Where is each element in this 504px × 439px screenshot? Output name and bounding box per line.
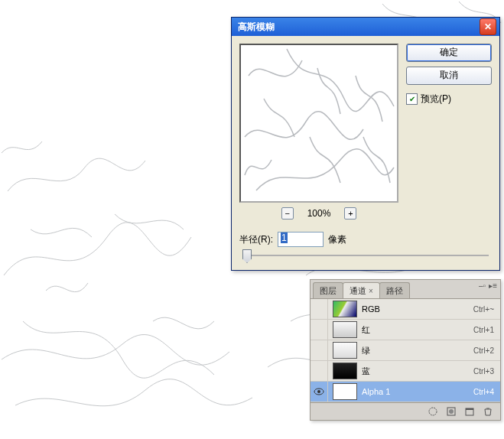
channel-row-green[interactable]: 绿Ctrl+2: [311, 340, 500, 361]
radius-unit: 像素: [328, 233, 346, 246]
tab-2[interactable]: 路径: [379, 282, 410, 298]
radius-slider[interactable]: [232, 249, 499, 270]
channel-thumbnail: [333, 321, 357, 338]
zoom-out-button[interactable]: −: [281, 207, 294, 220]
channel-row-red[interactable]: 红Ctrl+1: [311, 320, 500, 340]
zoom-controls: − 100% +: [239, 207, 398, 220]
channel-list: RGBCtrl+~红Ctrl+1绿Ctrl+2蓝Ctrl+3Alpha 1Ctr…: [311, 298, 500, 402]
channel-shortcut: Ctrl+3: [473, 367, 494, 376]
svg-point-4: [317, 328, 320, 331]
visibility-toggle[interactable]: [311, 340, 328, 360]
channel-name: 蓝: [362, 366, 473, 377]
panel-menu-icon[interactable]: ▸≡: [489, 281, 497, 290]
channel-shortcut: Ctrl+~: [473, 305, 494, 314]
new-channel-icon[interactable]: [463, 405, 476, 418]
channel-thumbnail: [333, 383, 357, 400]
save-selection-icon[interactable]: [445, 405, 457, 418]
radius-input[interactable]: 1: [278, 232, 324, 247]
svg-rect-15: [466, 408, 473, 410]
load-selection-icon[interactable]: [427, 405, 439, 418]
dialog-title: 高斯模糊: [238, 21, 275, 34]
svg-rect-0: [241, 45, 397, 201]
panel-tabs: 图层通道×路径: [311, 280, 500, 298]
channel-name: 绿: [362, 345, 473, 356]
channel-shortcut: Ctrl+1: [473, 326, 494, 334]
channel-row-rgb[interactable]: RGBCtrl+~: [311, 299, 500, 320]
svg-point-13: [449, 409, 454, 414]
preview-checkbox[interactable]: ✔: [406, 93, 418, 105]
channel-name: RGB: [362, 304, 473, 314]
radius-label: 半径(R):: [239, 233, 273, 246]
svg-point-11: [429, 408, 437, 415]
channel-row-alpha[interactable]: Alpha 1Ctrl+4: [311, 382, 500, 402]
zoom-level: 100%: [307, 208, 331, 219]
svg-point-6: [317, 349, 320, 352]
zoom-in-button[interactable]: +: [344, 207, 356, 220]
preview-label: 预览(P): [421, 93, 451, 106]
gaussian-blur-dialog: 高斯模糊 ✕: [231, 17, 500, 271]
visibility-toggle[interactable]: [311, 382, 328, 402]
preview-image[interactable]: [239, 44, 398, 203]
visibility-toggle[interactable]: [311, 299, 328, 319]
ok-button[interactable]: 确定: [406, 44, 492, 62]
visibility-toggle[interactable]: [311, 361, 328, 381]
tab-0[interactable]: 图层: [313, 282, 343, 298]
channels-panel: –▫ ▸≡ 图层通道×路径 RGBCtrl+~红Ctrl+1绿Ctrl+2蓝Ct…: [310, 279, 501, 421]
panel-minimize-icon[interactable]: –▫: [479, 281, 486, 290]
svg-point-8: [317, 369, 320, 372]
channel-shortcut: Ctrl+4: [473, 388, 494, 396]
svg-point-10: [317, 390, 320, 393]
visibility-toggle[interactable]: [311, 320, 328, 340]
channel-row-blue[interactable]: 蓝Ctrl+3: [311, 361, 500, 382]
dialog-titlebar[interactable]: 高斯模糊 ✕: [232, 18, 499, 36]
channel-name: 红: [362, 324, 473, 336]
tab-1[interactable]: 通道×: [343, 282, 380, 298]
channel-shortcut: Ctrl+2: [473, 346, 494, 355]
tab-close-icon[interactable]: ×: [369, 287, 373, 295]
delete-channel-icon[interactable]: [482, 405, 494, 418]
svg-point-2: [317, 307, 320, 311]
channel-thumbnail: [333, 301, 357, 317]
close-button[interactable]: ✕: [480, 18, 496, 35]
channel-thumbnail: [333, 342, 357, 359]
cancel-button[interactable]: 取消: [406, 67, 492, 85]
channel-thumbnail: [333, 363, 357, 379]
channel-name: Alpha 1: [362, 387, 473, 396]
